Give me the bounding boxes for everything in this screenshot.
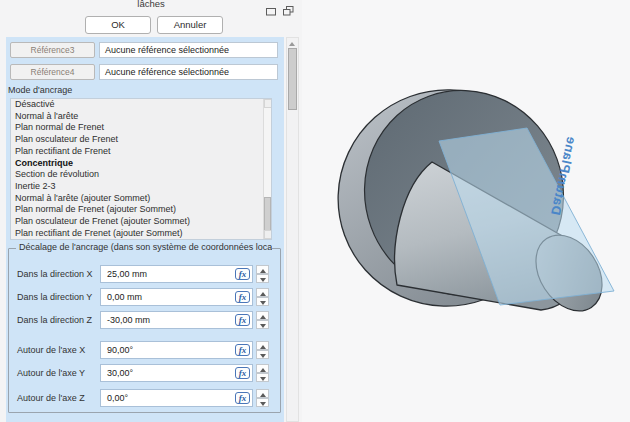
axis-y-value: 30,00° <box>107 365 133 381</box>
spin-up-icon[interactable] <box>256 341 269 350</box>
direction-y-stepper[interactable] <box>256 288 269 306</box>
list-item[interactable]: Plan rectifiant de Frenet <box>11 146 271 158</box>
axis-x-label: Autour de l'axe X <box>17 345 85 355</box>
scroll-up-icon[interactable] <box>289 42 295 46</box>
panel-scrollbar[interactable] <box>286 37 299 422</box>
dialog-titlebar[interactable]: lâches <box>0 0 302 14</box>
3d-scene: DatumPlane <box>302 0 630 422</box>
maximize-icon[interactable] <box>266 2 276 20</box>
direction-z-field[interactable]: -30,00 mm fx <box>100 311 253 329</box>
direction-y-field[interactable]: 0,00 mm fx <box>100 288 253 306</box>
list-item[interactable]: Plan rectifiant de Frenet (ajouter Somme… <box>11 228 271 240</box>
spin-down-icon[interactable] <box>256 373 269 382</box>
anchor-dialog: lâches OK Annuler Référence3 Aucune réfé… <box>0 0 302 422</box>
spin-down-icon[interactable] <box>256 320 269 329</box>
list-item[interactable]: Section de révolution <box>11 169 271 181</box>
list-item[interactable]: Inertie 2-3 <box>11 181 271 193</box>
axis-y-field[interactable]: 30,00° fx <box>100 364 253 382</box>
axis-z-field[interactable]: 0,00° fx <box>100 389 253 407</box>
anchor-mode-list: Désactivé Normal à l'arête Plan normal d… <box>10 98 272 240</box>
dialog-panel: Référence3 Aucune référence sélectionnée… <box>6 37 284 422</box>
direction-x-field[interactable]: 25,00 mm fx <box>100 265 253 283</box>
list-item[interactable]: Plan normal de Frenet <box>11 122 271 134</box>
axis-y-label: Autour de l'axe Y <box>17 368 85 378</box>
reference3-button[interactable]: Référence3 <box>10 42 95 58</box>
list-item[interactable]: Normal à l'arête <box>11 111 271 123</box>
direction-z-value: -30,00 mm <box>107 312 150 328</box>
spin-up-icon[interactable] <box>256 265 269 274</box>
formula-fx-button[interactable]: fx <box>235 367 250 379</box>
spin-up-icon[interactable] <box>256 288 269 297</box>
reference4-button[interactable]: Référence4 <box>10 64 95 80</box>
direction-z-stepper[interactable] <box>256 311 269 329</box>
spin-down-icon[interactable] <box>256 398 269 407</box>
ok-button[interactable]: OK <box>85 16 151 34</box>
spin-down-icon[interactable] <box>256 350 269 359</box>
formula-fx-button[interactable]: fx <box>235 314 250 326</box>
axis-x-stepper[interactable] <box>256 341 269 359</box>
app-window: lâches OK Annuler Référence3 Aucune réfé… <box>0 0 630 422</box>
formula-fx-button[interactable]: fx <box>235 392 250 404</box>
direction-y-value: 0,00 mm <box>107 289 142 305</box>
direction-x-value: 25,00 mm <box>107 266 147 282</box>
spin-down-icon[interactable] <box>256 274 269 283</box>
float-window-icon[interactable] <box>283 2 294 20</box>
panel-scrollbar-thumb[interactable] <box>288 48 297 110</box>
direction-z-label: Dans la direction Z <box>17 315 92 325</box>
offset-group-label: Décalage de l'ancrage (dans son système … <box>16 242 272 252</box>
offset-groupbox: Décalage de l'ancrage (dans son système … <box>8 248 281 413</box>
axis-y-stepper[interactable] <box>256 364 269 382</box>
formula-fx-button[interactable]: fx <box>235 268 250 280</box>
list-item[interactable]: Normal à l'arête (ajouter Sommet) <box>11 193 271 205</box>
formula-fx-button[interactable]: fx <box>235 291 250 303</box>
scroll-up-icon[interactable] <box>264 99 272 108</box>
spin-down-icon[interactable] <box>256 297 269 306</box>
direction-y-label: Dans la direction Y <box>17 292 92 302</box>
list-scrollbar-thumb[interactable] <box>264 197 271 231</box>
axis-z-value: 0,00° <box>107 390 128 406</box>
cancel-button[interactable]: Annuler <box>157 16 223 34</box>
spin-up-icon[interactable] <box>256 389 269 398</box>
reference4-field[interactable]: Aucune référence sélectionnée <box>99 64 278 80</box>
spin-up-icon[interactable] <box>256 311 269 320</box>
list-item[interactable]: Désactivé <box>11 99 271 111</box>
axis-z-label: Autour de l'axe Z <box>17 393 85 403</box>
list-item[interactable]: Plan osculateur de Frenet <box>11 134 271 146</box>
axis-x-field[interactable]: 90,00° fx <box>100 341 253 359</box>
3d-viewport[interactable]: DatumPlane <box>302 0 630 422</box>
formula-fx-button[interactable]: fx <box>235 344 250 356</box>
direction-x-label: Dans la direction X <box>17 269 93 279</box>
reference3-field[interactable]: Aucune référence sélectionnée <box>99 42 278 58</box>
dialog-title: lâches <box>0 0 302 9</box>
axis-x-value: 90,00° <box>107 342 133 358</box>
anchor-mode-label: Mode d'ancrage <box>8 85 72 95</box>
list-item[interactable]: Plan normal de Frenet (ajouter Sommet) <box>11 204 271 216</box>
axis-z-stepper[interactable] <box>256 389 269 407</box>
scroll-down-icon[interactable] <box>264 230 272 239</box>
list-item[interactable]: Plan osculateur de Frenet (ajouter Somme… <box>11 216 271 228</box>
direction-x-stepper[interactable] <box>256 265 269 283</box>
list-scrollbar[interactable] <box>263 99 271 239</box>
list-item-selected[interactable]: Concentrique <box>11 158 271 170</box>
spin-up-icon[interactable] <box>256 364 269 373</box>
